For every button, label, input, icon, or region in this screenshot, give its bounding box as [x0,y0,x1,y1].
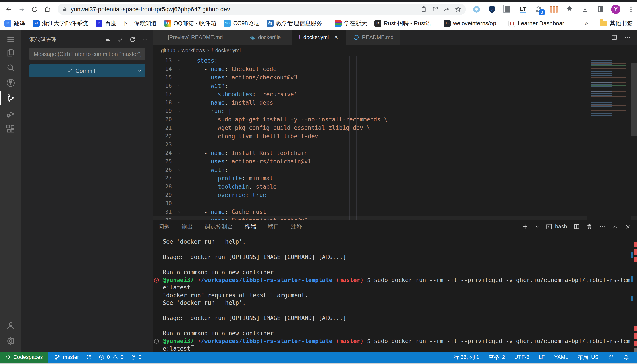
fold-chevron-icon[interactable] [175,82,183,90]
pens-extension-icon[interactable] [549,4,559,14]
bookmark-item[interactable]: Gweloveinterns/op... [444,20,501,27]
run-debug-icon[interactable] [0,107,21,121]
fold-chevron-icon[interactable] [175,107,183,115]
code-line-18[interactable]: 18 - name: install deps [153,98,637,107]
menu-icon[interactable] [0,32,21,47]
bookmark-item[interactable]: RRust 招聘 - Rust语... [375,20,436,27]
back-icon[interactable] [4,4,14,14]
editor-more-icon[interactable] [624,34,631,41]
code-line-30[interactable]: 30 [153,199,637,208]
terminal-output[interactable]: See 'docker run --help'.Usage: docker ru… [153,233,631,352]
maximize-panel-chevron-icon[interactable] [612,223,618,230]
share-icon[interactable] [442,5,451,14]
puzzle-extensions-icon[interactable] [565,4,574,14]
github-icon[interactable] [0,76,21,90]
forward-icon[interactable] [17,4,27,14]
panel-tab-问题[interactable]: 问题 [158,220,170,233]
reload-icon[interactable] [30,4,39,14]
code-line-19[interactable]: 19 run: | [153,107,637,115]
extension-notes-icon[interactable] [503,4,512,14]
bookmark-item[interactable]: QQQ邮箱 - 收件箱 [164,20,216,27]
close-panel-icon[interactable] [624,223,631,230]
languagetool-icon[interactable]: LT [518,4,528,14]
browser-menu-icon[interactable] [626,4,636,14]
new-terminal-icon[interactable] [522,223,529,230]
commit-message-input[interactable] [30,48,145,60]
remote-indicator[interactable]: Codespaces [0,352,48,363]
tab--preview-readme.md[interactable]: [Preview] README.md [153,30,238,45]
breadcrumb-folder[interactable]: workflows [182,47,205,54]
code-line-15[interactable]: 15 uses: actions/checkout@v3 [153,73,637,82]
cursor-position[interactable]: 行 36, 列 1 [454,354,479,361]
panel-tab-端口[interactable]: 端口 [268,220,279,233]
bookmark-star-icon[interactable] [454,5,463,14]
url-text[interactable]: yunwei37-potential-space-trout-rpr5qwj66… [71,6,417,13]
code-line-22[interactable]: 22 clang llvm libelf1 libelf-dev [153,132,637,140]
code-line-29[interactable]: 29 override: true [153,191,637,199]
explorer-icon[interactable] [0,46,21,60]
open-in-new-icon[interactable] [431,5,440,14]
code-line-31[interactable]: 31 - name: Cache rust [153,208,637,216]
extensions-icon[interactable] [0,122,21,136]
extension-ring-icon[interactable] [472,4,481,14]
code-line-26[interactable]: 26 with: [153,166,637,174]
code-line-27[interactable]: 27 profile: minimal [153,174,637,182]
fold-chevron-icon[interactable] [175,149,183,157]
other-bookmarks-label[interactable]: 其他书签 [609,20,632,27]
browser-avatar[interactable]: Y [611,5,620,14]
tab-docker.yml[interactable]: !docker.yml✕ [292,30,346,45]
code-line-25[interactable]: 25 uses: actions-rs/toolchain@v1 [153,157,637,166]
fold-chevron-icon[interactable] [175,98,183,107]
commit-button[interactable]: Commit [30,64,145,78]
browser-tab-strip[interactable] [0,0,637,2]
indentation[interactable]: 空格: 2 [488,354,505,361]
breadcrumb-file[interactable]: docker.yml [215,47,241,54]
fold-chevron-icon[interactable] [175,166,183,174]
extension-shield-icon[interactable]: › [487,4,497,14]
more-actions-icon[interactable] [142,36,148,43]
split-editor-icon[interactable] [611,34,617,41]
code-line-21[interactable]: 21 wget pkg-config build-essential zlib1… [153,124,637,132]
bookmark-item[interactable]: ✉浙江大学邮件系统 [33,20,88,27]
settings-gear-icon[interactable] [0,334,21,348]
bookmark-item[interactable]: 学在浙大 [335,20,367,27]
code-line-32[interactable]: 32 uses: Swatinem/rust-cache@v2 [153,216,637,220]
code-line-24[interactable]: 24 - name: Install Rust toolchain [153,149,637,157]
feedback-icon[interactable] [608,354,614,360]
code-editor[interactable]: 13 steps:14 - name: Checkout code15 uses… [153,56,637,220]
eol-sequence[interactable]: LF [539,354,545,360]
breadcrumb-folder[interactable]: .github [159,47,175,54]
panel-tab-注释[interactable]: 注释 [291,220,302,233]
close-tab-icon[interactable]: ✕ [333,34,340,40]
language-mode[interactable]: YAML [554,354,568,360]
bookmark-item[interactable]: B百度一下，你就知道 [96,20,157,27]
bookmark-item[interactable]: G翻译 [5,20,25,27]
minimap[interactable] [587,56,631,220]
editor-scrollbar-slider[interactable] [631,63,636,136]
notifications-bell-icon[interactable] [623,354,629,360]
bookmarks-overflow-chevrons[interactable]: » [584,20,588,27]
ports-indicator[interactable]: 0 [130,354,141,360]
panel-tab-输出[interactable]: 输出 [181,220,193,233]
editor-scrollbar[interactable] [631,56,637,220]
sync-status-icon[interactable] [86,354,92,360]
fold-chevron-icon[interactable] [175,208,183,216]
panel-tab-终端[interactable]: 终端 [245,220,256,233]
keyboard-layout[interactable]: 布局: US [577,354,598,361]
commit-dropdown-chevron-icon[interactable] [133,68,145,74]
kill-terminal-trash-icon[interactable] [586,223,593,230]
tab-readme.md[interactable]: README.md [346,30,400,45]
sync-extension-icon[interactable]: 0 [534,4,543,14]
clipboard-icon[interactable] [419,5,428,14]
code-line-14[interactable]: 14 - name: Checkout code [153,65,637,73]
panel-tab-调试控制台[interactable]: 调试控制台 [204,220,233,233]
fold-chevron-icon[interactable] [175,56,183,65]
fold-chevron-icon[interactable] [175,65,183,73]
terminal-shell-chip[interactable]: bash [546,223,567,230]
breadcrumb[interactable]: .github › workflows › ! docker.yml [153,45,637,56]
code-line-23[interactable]: 23 [153,140,637,149]
bookmark-item[interactable]: 98CC98论坛 [224,20,259,27]
code-line-28[interactable]: 28 toolchain: stable [153,182,637,191]
address-bar[interactable]: yunwei37-potential-space-trout-rpr5qwj66… [58,4,466,15]
branch-indicator[interactable]: master [54,354,79,360]
